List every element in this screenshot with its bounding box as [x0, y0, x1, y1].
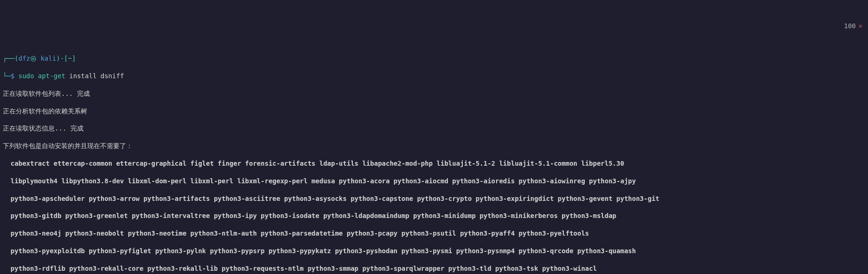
output-auto-installed-header: 下列软件包是自动安装的并且现在不需要了：: [3, 142, 865, 150]
prompt-line-1: ┌──(dfz㉿ kali)-[~]: [3, 54, 865, 63]
close-icon[interactable]: ×: [859, 22, 862, 30]
status-number: 100: [844, 22, 855, 30]
prompt-host: kali: [37, 55, 56, 62]
output-pkg-list: cabextract ettercap-common ettercap-grap…: [3, 159, 865, 168]
prompt-line-2[interactable]: └─$ sudo apt-get install dsniff: [3, 72, 865, 81]
output-pkg-list: python3-pyexploitdb python3-pyfiglet pyt…: [3, 247, 865, 255]
output-reading-pkg-list: 正在读取软件包列表... 完成: [3, 89, 865, 98]
output-pkg-list: python3-rdflib python3-rekall-core pytho…: [3, 264, 865, 273]
output-pkg-list: python3-gitdb python3-greenlet python3-i…: [3, 212, 865, 220]
status-indicator: 100×: [836, 13, 862, 31]
output-pkg-list: libplymouth4 libpython3.8-dev libxml-dom…: [3, 177, 865, 186]
prompt-user: dfz: [19, 55, 30, 62]
output-reading-state: 正在读取状态信息... 完成: [3, 124, 865, 133]
command-args: install dsniff: [65, 72, 124, 80]
output-analyzing-deps: 正在分析软件包的依赖关系树: [3, 107, 865, 116]
output-pkg-list: python3-apscheduler python3-arrow python…: [3, 194, 865, 203]
command-sudo: sudo apt-get: [19, 72, 65, 80]
output-pkg-list: python3-neo4j python3-neobolt python3-ne…: [3, 229, 865, 238]
prompt-path: ~: [68, 55, 71, 62]
